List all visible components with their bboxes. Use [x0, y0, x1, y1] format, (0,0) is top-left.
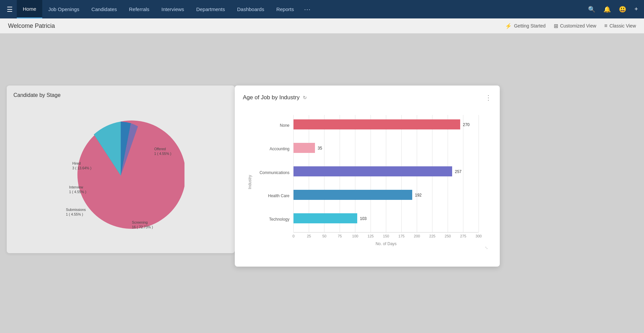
bar-value-none: 270	[463, 122, 470, 127]
pie-label-submissions: Submissions	[66, 208, 86, 212]
welcome-text: Welcome Patricia	[8, 22, 55, 30]
pie-chart: Offered 1 ( 4.55% ) Hired 3 ( 13.64% ) I…	[57, 112, 184, 239]
svg-text:225: 225	[429, 234, 435, 238]
bar-value-healthcare: 192	[415, 193, 422, 198]
refresh-icon[interactable]: ↻	[303, 95, 307, 100]
svg-text:100: 100	[352, 234, 358, 238]
notifications-icon[interactable]: 🔔	[600, 3, 614, 16]
top-navigation: ☰ Home Job Openings Candidates Referrals…	[0, 0, 644, 18]
bar-accounting	[293, 143, 315, 153]
svg-text:75: 75	[338, 234, 342, 238]
svg-text:0: 0	[292, 234, 294, 238]
alerts-icon[interactable]: 😃	[615, 3, 630, 16]
svg-text:50: 50	[322, 234, 326, 238]
classic-view-label: Classic View	[609, 23, 636, 29]
customized-view-button[interactable]: ⊞ Customized View	[554, 23, 596, 29]
svg-text:250: 250	[445, 234, 451, 238]
candidate-by-stage-card: Candidate by Stage Offered 1 ( 4.55% )	[7, 86, 235, 253]
nav-item-interviews[interactable]: Interviews	[155, 0, 190, 18]
sub-header: Welcome Patricia ⚡ Getting Started ⊞ Cus…	[0, 18, 644, 34]
nav-item-departments[interactable]: Departments	[190, 0, 231, 18]
search-icon[interactable]: 🔍	[585, 3, 599, 16]
svg-text:200: 200	[414, 234, 420, 238]
pie-chart-container: Offered 1 ( 4.55% ) Hired 3 ( 13.64% ) I…	[13, 104, 228, 248]
bar-healthcare	[293, 190, 412, 200]
bar-none	[293, 119, 460, 129]
svg-text:300: 300	[476, 234, 482, 238]
hamburger-menu-icon[interactable]: ☰	[3, 3, 17, 16]
classic-view-button[interactable]: ≡ Classic View	[604, 23, 636, 29]
y-axis-label: Industry	[248, 175, 252, 189]
pie-label-hired: Hired	[72, 162, 81, 165]
nav-item-home[interactable]: Home	[17, 0, 42, 18]
x-axis-label: No. of Days	[376, 241, 397, 246]
pie-label-interview: Interview	[69, 185, 83, 189]
bar-communications	[293, 166, 452, 176]
bar-label-none: None	[280, 123, 289, 128]
svg-text:275: 275	[460, 234, 466, 238]
svg-text:25: 25	[307, 234, 311, 238]
bar-value-communications: 257	[455, 169, 462, 174]
svg-text:1 ( 4.55% ): 1 ( 4.55% )	[69, 190, 86, 194]
svg-text:3 ( 13.64% ): 3 ( 13.64% )	[72, 166, 92, 170]
lightning-icon: ⚡	[505, 23, 512, 29]
nav-more-icon[interactable]: ⋯	[300, 5, 315, 13]
svg-text:1 ( 4.55% ): 1 ( 4.55% )	[154, 152, 171, 156]
list-icon: ≡	[604, 23, 607, 29]
resize-handle-icon[interactable]: ⤡	[485, 245, 488, 249]
nav-item-dashboards[interactable]: Dashboards	[231, 0, 270, 18]
svg-text:175: 175	[398, 234, 405, 238]
add-icon[interactable]: +	[631, 3, 641, 15]
bar-label-accounting: Accounting	[270, 147, 289, 151]
sub-header-actions: ⚡ Getting Started ⊞ Customized View ≡ Cl…	[505, 23, 636, 29]
svg-text:125: 125	[368, 234, 374, 238]
age-of-job-card: Age of Job by Industry ↻ ⋮ Industry None	[235, 86, 500, 267]
svg-text:1 ( 4.55% ): 1 ( 4.55% )	[66, 213, 83, 216]
bar-label-technology: Technology	[269, 217, 289, 222]
customized-view-label: Customized View	[560, 23, 596, 29]
pie-label-offered: Offered	[154, 147, 166, 151]
pie-label-screening: Screening	[132, 221, 148, 224]
nav-item-candidates[interactable]: Candidates	[86, 0, 123, 18]
bar-chart-title: Age of Job by Industry	[243, 94, 300, 101]
bar-label-healthcare: Health Care	[268, 193, 289, 198]
getting-started-label: Getting Started	[514, 23, 545, 29]
svg-text:150: 150	[383, 234, 389, 238]
bar-value-accounting: 35	[318, 146, 322, 151]
bar-technology	[293, 213, 357, 223]
svg-text:16 ( 72.73% ): 16 ( 72.73% )	[132, 225, 153, 229]
bar-label-communications: Communications	[260, 170, 289, 175]
candidate-by-stage-title: Candidate by Stage	[13, 92, 228, 98]
nav-item-reports[interactable]: Reports	[270, 0, 300, 18]
more-options-icon[interactable]: ⋮	[485, 94, 492, 102]
bar-chart-svg: Industry None 270 Accounting 35 C	[243, 108, 492, 249]
main-content: Candidate by Stage Offered 1 ( 4.55% )	[0, 34, 644, 333]
nav-item-referrals[interactable]: Referrals	[123, 0, 155, 18]
grid-icon: ⊞	[554, 23, 558, 29]
bar-card-header: Age of Job by Industry ↻ ⋮	[243, 94, 492, 102]
bar-value-technology: 103	[360, 216, 367, 221]
nav-item-job-openings[interactable]: Job Openings	[42, 0, 86, 18]
getting-started-button[interactable]: ⚡ Getting Started	[505, 23, 545, 29]
